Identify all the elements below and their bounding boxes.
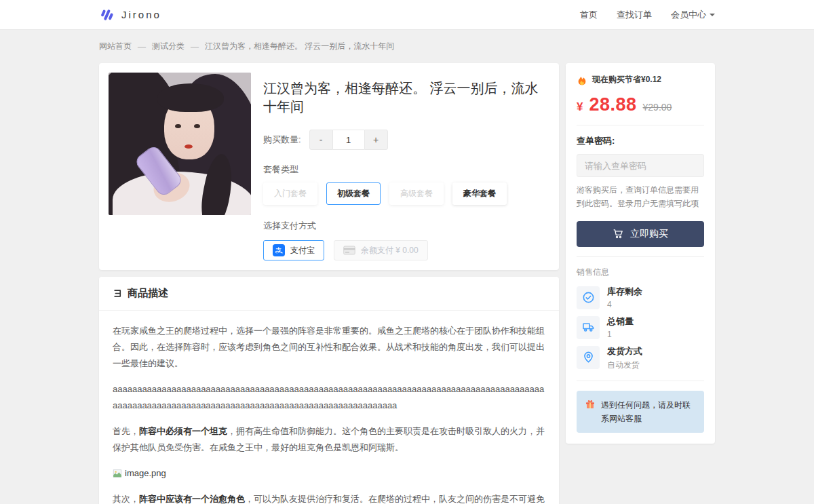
description-title: 商品描述 — [128, 287, 168, 300]
description-paragraph: 首先，阵容中必须有一个坦克，拥有高生命值和防御能力。这个角色的主要职责是在攻击时… — [113, 423, 545, 456]
description-paragraph: 在玩家咸鱼之王的爬塔过程中，选择一个最强的阵容是非常重要的。咸鱼之王爬塔的核心在… — [113, 323, 545, 372]
stat-value: 4 — [607, 300, 642, 309]
nav-item-find-order[interactable]: 查找订单 — [617, 9, 652, 21]
wallet-icon — [343, 246, 355, 255]
nav-item-member-center[interactable]: 会员中心 — [671, 9, 715, 21]
payment-label: 余额支付 ¥ 0.00 — [361, 245, 419, 256]
photo-bangs — [157, 83, 224, 112]
purchase-card: 现在购买节省¥0.12 ¥ 28.88 ¥29.00 查单密码: 游客购买后，查… — [566, 63, 715, 444]
broken-image-alt: image.png — [125, 465, 166, 482]
product-card: 江汉曾为客，相逢每醉还。 浮云一别后，流水十年间 购买数量: - + 套餐类型 … — [99, 63, 559, 270]
stat-row-delivery: 发货方式自动发货 — [577, 346, 704, 371]
breadcrumb-item-category[interactable]: 测试分类 — [152, 41, 185, 52]
sales-stats: 库存剩余4总销量1发货方式自动发货 — [577, 286, 704, 371]
fire-icon — [577, 75, 587, 85]
stat-label: 总销量 — [607, 316, 634, 328]
stat-row-sold: 总销量1 — [577, 316, 704, 339]
description-paragraph: 其次，阵容中应该有一个治愈角色，可以为队友提供治疗和复活。在爬塔的过程中，队友之… — [113, 491, 545, 504]
alipay-icon — [273, 244, 285, 256]
main-content: 江汉曾为客，相逢每醉还。 浮云一别后，流水十年间 购买数量: - + 套餐类型 … — [99, 63, 715, 504]
brand-name: Jirono — [121, 9, 161, 20]
breadcrumb-item-current[interactable]: 江汉曾为客，相逢每醉还。 浮云一别后，流水十年间 — [205, 41, 394, 52]
quantity-label: 购买数量: — [263, 134, 301, 146]
stat-label: 库存剩余 — [607, 286, 642, 298]
stat-label: 发货方式 — [607, 346, 642, 357]
stat-text: 发货方式自动发货 — [607, 346, 642, 371]
check-circle-icon — [577, 286, 600, 309]
nav-item-home[interactable]: 首页 — [580, 9, 598, 21]
photo-eye — [175, 124, 181, 128]
breadcrumb-item-home[interactable]: 网站首页 — [99, 41, 132, 52]
buy-now-label: 立即购买 — [630, 228, 668, 240]
divider — [577, 256, 704, 257]
order-password-input[interactable] — [577, 154, 704, 177]
qty-plus-button[interactable]: + — [364, 130, 388, 150]
description-card: 商品描述 在玩家咸鱼之王的爬塔过程中，选择一个最强的阵容是非常重要的。咸鱼之王爬… — [99, 277, 559, 504]
price-currency: ¥ — [577, 100, 583, 114]
order-password-label: 查单密码: — [577, 135, 704, 147]
broken-image-icon — [113, 469, 122, 478]
package-button-0[interactable]: 入门套餐 — [263, 182, 317, 205]
qty-input[interactable] — [333, 130, 364, 150]
stat-text: 总销量1 — [607, 316, 634, 339]
payment-method-label: 选择支付方式 — [263, 220, 549, 232]
brand-logo-icon — [99, 7, 115, 22]
quantity-stepper: - + — [309, 130, 388, 150]
package-options: 入门套餐初级套餐高级套餐豪华套餐 — [263, 182, 549, 205]
description-paragraph: aaaaaaaaaaaaaaaaaaaaaaaaaaaaaaaaaaaaaaaa… — [113, 381, 545, 414]
description-icon — [113, 288, 123, 298]
old-price: ¥29.00 — [643, 102, 672, 113]
breadcrumb-separator: — — [191, 42, 199, 52]
divider — [577, 381, 704, 381]
top-header: Jirono 首页查找订单会员中心 — [0, 0, 814, 30]
divider — [577, 125, 704, 125]
payment-label: 支付宝 — [290, 245, 315, 256]
broken-image-placeholder: image.png — [113, 465, 545, 482]
location-pin-icon — [577, 346, 600, 369]
package-button-2[interactable]: 高级套餐 — [389, 182, 444, 205]
truck-icon — [577, 316, 600, 339]
photo-eye — [194, 124, 200, 128]
package-button-3[interactable]: 豪华套餐 — [452, 182, 507, 205]
description-body: 在玩家咸鱼之王的爬塔过程中，选择一个最强的阵容是非常重要的。咸鱼之王爬塔的核心在… — [99, 311, 559, 504]
product-image — [109, 73, 251, 215]
support-notice-text: 遇到任何问题，请及时联系网站客服 — [601, 398, 696, 426]
product-title: 江汉曾为客，相逢每醉还。 浮云一别后，流水十年间 — [263, 79, 549, 116]
support-notice: 遇到任何问题，请及时联系网站客服 — [577, 391, 704, 433]
breadcrumb-separator: — — [138, 42, 146, 52]
brand[interactable]: Jirono — [99, 7, 161, 22]
stat-value: 自动发货 — [607, 360, 642, 371]
stat-value: 1 — [607, 330, 634, 339]
savings-line: 现在购买节省¥0.12 — [577, 74, 704, 85]
gift-icon — [585, 399, 596, 414]
photo-lips — [185, 144, 193, 149]
payment-button-alipay[interactable]: 支付宝 — [263, 240, 324, 260]
payment-button-balance[interactable]: 余额支付 ¥ 0.00 — [334, 240, 428, 260]
qty-minus-button[interactable]: - — [309, 130, 333, 150]
price-amount: 28.88 — [589, 94, 636, 115]
payment-options: 支付宝余额支付 ¥ 0.00 — [263, 240, 549, 260]
cart-icon — [613, 228, 624, 239]
top-nav: 首页查找订单会员中心 — [580, 9, 715, 21]
package-button-1[interactable]: 初级套餐 — [326, 182, 381, 205]
stat-row-stock: 库存剩余4 — [577, 286, 704, 309]
chevron-down-icon — [710, 14, 715, 19]
stat-text: 库存剩余4 — [607, 286, 642, 309]
package-type-label: 套餐类型 — [263, 163, 549, 176]
buy-now-button[interactable]: 立即购买 — [577, 221, 704, 247]
sales-info-title: 销售信息 — [577, 267, 704, 278]
price-row: ¥ 28.88 ¥29.00 — [577, 94, 704, 115]
order-password-help: 游客购买后，查询订单信息需要用到此密码。登录用户无需填写此项 — [577, 183, 704, 211]
savings-text: 现在购买节省¥0.12 — [592, 74, 661, 85]
breadcrumb: 网站首页—测试分类—江汉曾为客，相逢每醉还。 浮云一别后，流水十年间 — [99, 30, 715, 63]
